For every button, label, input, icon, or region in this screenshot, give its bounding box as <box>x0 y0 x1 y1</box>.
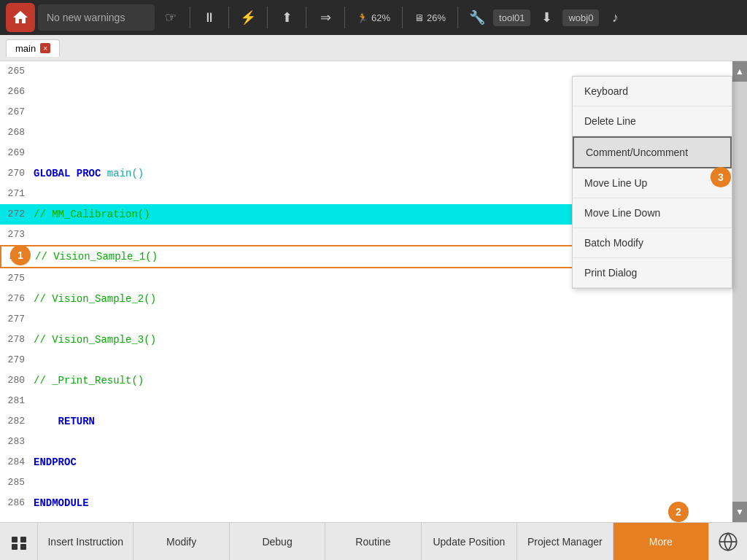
line-content: RETURN <box>31 411 732 432</box>
separator1 <box>190 7 190 28</box>
line-content: ENDMODULE <box>31 493 732 513</box>
line-number: 271 <box>0 184 31 204</box>
table-row[interactable]: 280// _Print_Result() <box>0 370 732 391</box>
pointer-icon-btn[interactable]: ☞ <box>158 4 184 31</box>
bottombar: Insert InstructionModifyDebugRoutineUpda… <box>0 522 747 560</box>
wobj-label[interactable]: wobj0 <box>562 9 599 26</box>
context-menu-item[interactable]: Batch Modify <box>573 228 732 258</box>
bottom-toolbar-button[interactable]: More <box>614 523 709 560</box>
table-row[interactable]: 278// Vision_Sample_3() <box>0 330 732 350</box>
separator7 <box>457 7 458 28</box>
table-row[interactable]: 284ENDPROC <box>0 452 732 472</box>
table-row[interactable]: 286ENDMODULE <box>0 493 732 513</box>
run-stat: 🏃 62% <box>351 12 396 23</box>
table-row[interactable]: 281 <box>0 391 732 411</box>
line-number: 275 <box>0 268 31 289</box>
bottom-toolbar-button[interactable]: Insert Instruction <box>38 523 133 560</box>
tool-down-icon[interactable]: ⬇ <box>533 4 560 31</box>
tabbar: main × <box>0 35 747 61</box>
separator2 <box>228 7 229 28</box>
scroll-down-button[interactable]: ▼ <box>732 502 747 522</box>
topbar: No new warnings ☞ ⏸ ⚡ ⬆ ⇒ 🏃 62% 🖥 26% 🔧 … <box>0 0 747 35</box>
context-menu-items: KeyboardDelete LineComment/UncommentMove… <box>573 77 732 288</box>
context-menu-item[interactable]: Move Line Down <box>573 198 732 228</box>
scrollbar[interactable]: ▲ ▼ <box>732 61 747 522</box>
line-number: 281 <box>0 391 31 411</box>
line-number: 273 <box>0 225 31 245</box>
warning-area: No new warnings <box>38 4 155 31</box>
separator4 <box>306 7 306 28</box>
bottom-toolbar-button[interactable]: Debug <box>230 523 325 560</box>
separator5 <box>344 7 345 28</box>
scroll-up-button[interactable]: ▲ <box>732 61 747 82</box>
context-menu-item[interactable]: Comment/Uncomment <box>573 136 732 168</box>
line-number: 279 <box>0 350 31 370</box>
warning-text: No new warnings <box>47 12 125 23</box>
flash-icon-btn[interactable]: ⚡ <box>235 4 261 31</box>
svg-rect-3 <box>20 544 26 550</box>
table-row[interactable]: 282 RETURN <box>0 411 732 432</box>
tab-close-button[interactable]: × <box>40 43 50 53</box>
badge-1: 1 <box>10 245 31 265</box>
line-number: 269 <box>0 143 31 163</box>
cpu-stat: 🖥 26% <box>409 12 452 23</box>
tool-label[interactable]: tool01 <box>493 9 530 26</box>
line-content: // Vision_Sample_3() <box>31 330 732 350</box>
context-menu-item[interactable]: Move Line Up <box>573 168 732 198</box>
line-number: 268 <box>0 122 31 143</box>
tab-main[interactable]: main × <box>6 39 60 57</box>
line-number: 285 <box>0 472 31 493</box>
table-row[interactable]: 279 <box>0 350 732 370</box>
line-number: 280 <box>0 370 31 391</box>
context-menu-item[interactable]: Keyboard <box>573 77 732 106</box>
table-row[interactable]: 277 <box>0 309 732 330</box>
cpu-icon: 🖥 <box>414 12 424 23</box>
table-row[interactable]: 283 <box>0 432 732 452</box>
line-number: 282 <box>0 411 31 432</box>
badge-2: 2 <box>668 502 689 522</box>
context-menu-item[interactable]: Print Dialog <box>573 258 732 288</box>
line-content: // Vision_Sample_2() <box>31 289 732 309</box>
line-number: 284 <box>0 452 31 472</box>
separator6 <box>402 7 403 28</box>
line-number: 286 <box>0 493 31 513</box>
line-number: 278 <box>0 330 31 350</box>
bottombar-items: Insert InstructionModifyDebugRoutineUpda… <box>38 523 709 560</box>
table-row[interactable]: 285 <box>0 472 732 493</box>
line-number: 265 <box>0 61 31 82</box>
separator3 <box>267 7 268 28</box>
home-button[interactable] <box>6 3 35 32</box>
bottom-toolbar-button[interactable]: Update Position <box>422 523 517 560</box>
svg-rect-1 <box>20 537 26 542</box>
arrow-icon-btn[interactable]: ⇒ <box>312 4 338 31</box>
tools-icon-btn[interactable]: 🔧 <box>464 4 490 31</box>
line-number: 283 <box>0 432 31 452</box>
line-number: 267 <box>0 102 31 122</box>
bottom-toolbar-button[interactable]: Routine <box>325 523 421 560</box>
context-menu: KeyboardDelete LineComment/UncommentMove… <box>572 76 732 289</box>
line-number: 266 <box>0 82 31 102</box>
svg-rect-0 <box>12 537 18 542</box>
tab-label: main <box>15 43 36 54</box>
bottom-toolbar-button[interactable]: Modify <box>133 523 229 560</box>
main-content: 265266267268269270GLOBAL PROC main()2712… <box>0 61 747 522</box>
run-value: 62% <box>371 12 390 23</box>
line-number: 277 <box>0 309 31 330</box>
hamburger-menu-button[interactable] <box>0 523 38 560</box>
table-row[interactable]: 276// Vision_Sample_2() <box>0 289 732 309</box>
svg-rect-2 <box>12 544 18 550</box>
context-menu-item[interactable]: Delete Line <box>573 106 732 136</box>
line-content: ENDPROC <box>31 452 732 472</box>
line-number: 270 <box>0 163 31 184</box>
line-number: 272 <box>0 204 31 225</box>
globe-button[interactable] <box>709 523 747 560</box>
bottom-toolbar-button[interactable]: Project Manager <box>517 523 613 560</box>
run-icon: 🏃 <box>357 12 368 23</box>
cpu-value: 26% <box>427 12 446 23</box>
line-number: 276 <box>0 289 31 309</box>
line-content: // _Print_Result() <box>31 370 732 391</box>
upload-icon-btn[interactable]: ⬆ <box>274 4 300 31</box>
badge-3: 3 <box>711 167 731 187</box>
pause-icon-btn[interactable]: ⏸ <box>196 4 222 31</box>
music-icon[interactable]: ♪ <box>602 4 628 31</box>
